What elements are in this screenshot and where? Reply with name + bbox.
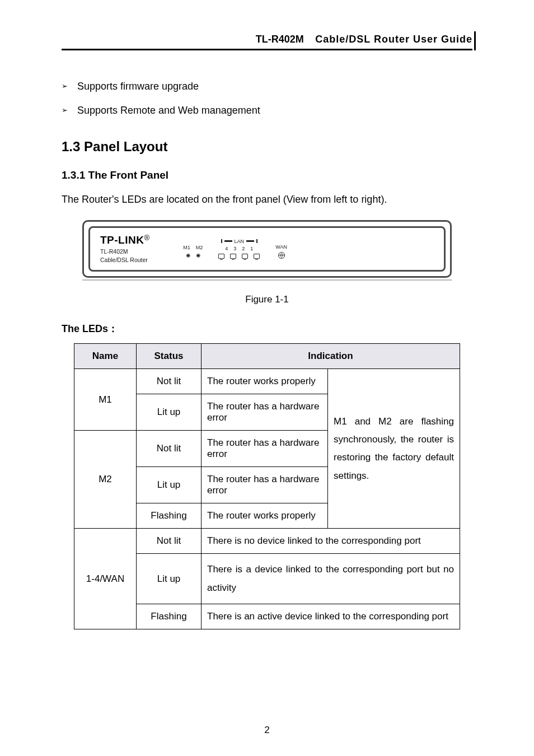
cell-status: Not lit bbox=[137, 529, 202, 554]
led-block: M1 M2 ✺ ✺ LAN bbox=[183, 239, 287, 259]
cell-indication: The router has a hardware error bbox=[202, 467, 328, 503]
header-title: Cable/DSL Router User Guide bbox=[315, 34, 472, 45]
th-status: Status bbox=[137, 344, 202, 369]
cell-name: M1 bbox=[74, 369, 137, 431]
cell-name: 1-4/WAN bbox=[74, 529, 137, 629]
monitor-icon bbox=[242, 254, 248, 259]
section-heading: 1.3 Panel Layout bbox=[62, 139, 472, 155]
sun-icon: ✺ bbox=[196, 253, 200, 259]
m-leds: M1 M2 ✺ ✺ bbox=[183, 245, 203, 259]
cell-status: Lit up bbox=[137, 554, 202, 604]
cell-status: Lit up bbox=[137, 467, 202, 503]
monitor-icon bbox=[230, 254, 236, 259]
lan-num: 1 bbox=[250, 246, 253, 251]
feature-list: Supports firmware upgrade Supports Remot… bbox=[62, 81, 472, 116]
lan-leds: LAN 4 3 2 1 bbox=[218, 239, 260, 259]
brand-registered: ® bbox=[144, 234, 149, 242]
lan-num: 4 bbox=[225, 246, 228, 251]
monitor-icon bbox=[218, 254, 224, 259]
page-header: TL-R402M Cable/DSL Router User Guide bbox=[62, 34, 472, 50]
cell-indication: The router has a hardware error bbox=[202, 394, 328, 431]
cell-status: Lit up bbox=[137, 394, 202, 431]
cell-shared-note: M1 and M2 are flashing synchronously, th… bbox=[328, 369, 460, 529]
th-indication: Indication bbox=[202, 344, 460, 369]
lan-num: 3 bbox=[233, 246, 236, 251]
brand-subtitle: Cable/DSL Router bbox=[100, 256, 149, 264]
monitor-icon bbox=[254, 254, 260, 259]
front-panel-figure: TP-LINK® TL-R402M Cable/DSL Router M1 M2… bbox=[82, 220, 452, 284]
figure-caption: Figure 1-1 bbox=[62, 294, 472, 305]
sun-icon: ✺ bbox=[186, 253, 190, 259]
globe-icon bbox=[278, 252, 285, 259]
brand-text: TP-LINK bbox=[100, 234, 144, 246]
lan-label: LAN bbox=[235, 239, 245, 244]
wan-led: WAN bbox=[275, 244, 287, 259]
table-row: 1-4/WAN Not lit There is no device linke… bbox=[74, 529, 460, 554]
leds-heading: The LEDs： bbox=[62, 322, 472, 335]
lan-num: 2 bbox=[242, 246, 245, 251]
brand-model: TL-R402M bbox=[100, 248, 149, 255]
led-table: Name Status Indication M1 Not lit The ro… bbox=[74, 343, 460, 629]
cell-status: Not lit bbox=[137, 369, 202, 394]
table-row: M1 Not lit The router works properly M1 … bbox=[74, 369, 460, 394]
m2-label: M2 bbox=[196, 245, 203, 250]
th-name: Name bbox=[74, 344, 137, 369]
brand-block: TP-LINK® TL-R402M Cable/DSL Router bbox=[100, 234, 149, 263]
header-model: TL-R402M bbox=[256, 34, 304, 45]
subsection-heading: 1.3.1 The Front Panel bbox=[62, 169, 472, 181]
feature-item: Supports firmware upgrade bbox=[62, 81, 472, 92]
feature-item: Supports Remote and Web management bbox=[62, 105, 472, 116]
cell-status: Flashing bbox=[137, 503, 202, 529]
m1-label: M1 bbox=[183, 245, 190, 250]
cell-indication: The router works properly bbox=[202, 369, 328, 394]
cell-indication: There is an active device linked to the … bbox=[202, 604, 460, 629]
cell-indication: There is a device linked to the correspo… bbox=[202, 554, 460, 604]
intro-paragraph: The Router's LEDs are located on the fro… bbox=[62, 194, 472, 206]
page-number: 2 bbox=[0, 725, 534, 736]
cell-indication: The router has a hardware error bbox=[202, 431, 328, 467]
cell-indication: The router works properly bbox=[202, 503, 328, 529]
wan-label: WAN bbox=[275, 244, 287, 250]
cell-status: Not lit bbox=[137, 431, 202, 467]
cell-indication: There is no device linked to the corresp… bbox=[202, 529, 460, 554]
cell-status: Flashing bbox=[137, 604, 202, 629]
table-header-row: Name Status Indication bbox=[74, 344, 460, 369]
cell-name: M2 bbox=[74, 431, 137, 529]
